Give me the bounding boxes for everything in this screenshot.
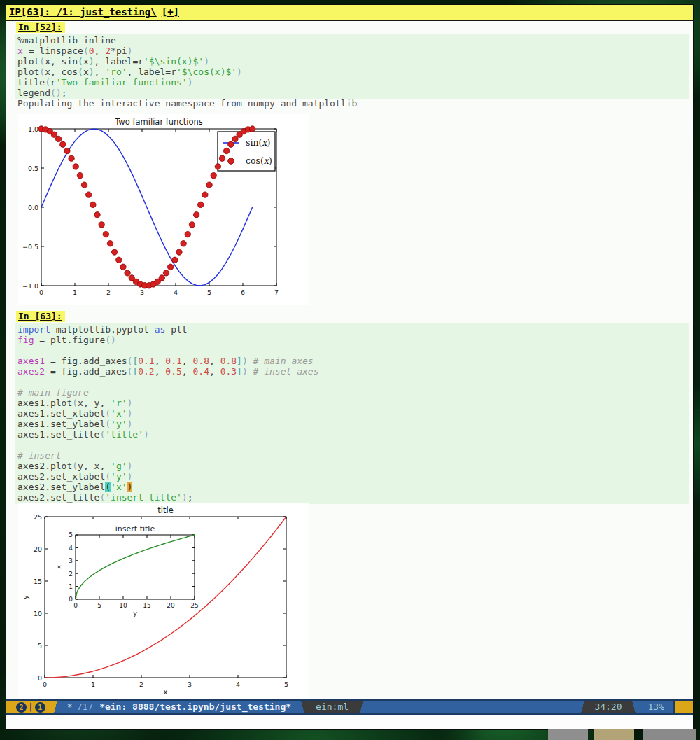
data-point-cos (163, 270, 169, 276)
x-tick-label: 1 (91, 680, 95, 688)
code-cell-1[interactable]: %matplotlib inlinex = linspace(0, 2*pi)p… (15, 34, 689, 99)
code-token: 0 (89, 46, 94, 56)
code-line: plot(x, cos(x), 'ro', label=r'$\cos(x)$'… (18, 67, 689, 77)
legend-dot-sample (228, 158, 234, 165)
code-token: # main figure (18, 387, 89, 398)
code-token: ; (188, 492, 193, 503)
code-token: plot (18, 56, 39, 67)
cell-1-output-text: Populating the interactive namespace fro… (18, 98, 357, 109)
code-token: ) (89, 56, 94, 67)
code-token: 0.3 (220, 366, 237, 377)
y-tick-label: 5 (69, 531, 73, 538)
x-tick-label: 15 (143, 602, 150, 609)
major-mode-segment[interactable]: ein:ml (307, 701, 357, 713)
major-mode-label[interactable]: ein:ml (307, 701, 357, 713)
code-line: # main figure (18, 387, 689, 398)
x-tick-label: 2 (139, 680, 144, 688)
code-token: ( (39, 67, 45, 77)
code-line: axes1.set_ylabel('y') (18, 419, 689, 429)
code-token: plot (18, 67, 39, 77)
code-token: axes2 (18, 366, 45, 377)
code-token: ) (127, 46, 133, 56)
code-token: ) (204, 56, 209, 67)
data-point-cos (107, 241, 113, 246)
code-line: axes1.plot(x, y, 'r') (18, 398, 689, 408)
y-tick-label: 25 (34, 513, 42, 521)
data-point-cos (249, 126, 255, 132)
code-token: ; (62, 88, 67, 98)
y-tick-label: 0 (38, 674, 42, 682)
code-token: ( (72, 398, 78, 408)
notebook-title: IP[63]: /1: just_testing\ (9, 6, 157, 18)
code-line: axes2.set_title('insert title'); (18, 492, 689, 503)
y-tick-label: 3 (69, 557, 73, 564)
code-token: axes1.plot (18, 398, 72, 408)
buffer-size: 717 (77, 701, 99, 713)
x-tick-label: 3 (140, 288, 144, 296)
data-point-cos (159, 275, 164, 281)
code-token: ( (105, 471, 111, 482)
code-token: legend (18, 88, 50, 98)
code-cell-2[interactable]: import matplotlib.pyplot as pltfig = plt… (15, 323, 689, 504)
workspace-badge-1[interactable]: 1 (35, 702, 46, 713)
code-token: ) (127, 408, 133, 419)
workspace-badge-2[interactable]: 2 (16, 702, 27, 713)
code-line: legend(); (18, 88, 689, 98)
code-token: ) (127, 471, 133, 482)
code-token: '$\cos(x)$' (176, 67, 237, 77)
background-window-button[interactable] (643, 729, 696, 740)
code-token (248, 366, 253, 377)
inset-title: insert title (115, 524, 155, 533)
background-window-button[interactable] (594, 729, 634, 740)
data-point-cos (176, 249, 182, 255)
code-line: axes2 = fig.add_axes([0.2, 0.5, 0.4, 0.3… (18, 366, 689, 377)
buffer-name[interactable]: *ein: 8888/test.ipynb/just_testing* (99, 701, 298, 713)
code-token: r (50, 77, 56, 88)
data-point-cos (189, 222, 195, 228)
data-point-cos (60, 141, 66, 147)
data-point-cos (103, 231, 108, 237)
axes-frame (76, 535, 195, 599)
modified-indicator: * (60, 701, 77, 713)
code-token: # main axes (253, 356, 314, 366)
y-tick-label: 2 (69, 571, 73, 578)
data-point-cos (193, 212, 199, 218)
line-column-indicator: 34:20 (587, 701, 629, 713)
legend-label: sin(x) (246, 137, 270, 148)
code-token: ( (78, 67, 83, 77)
code-token: 'ro' (105, 67, 127, 77)
notebook-header-bar: IP[63]: /1: just_testing\[+] (6, 5, 693, 21)
figure-title-insert: 0123450510152025titlexy0510152025012345i… (18, 503, 309, 699)
code-token: '$\sin(x)$' (144, 56, 204, 67)
new-tab-button[interactable]: [+] (162, 6, 179, 18)
code-token: , (155, 356, 166, 366)
title-insert-plot: 0123450510152025titlexy0510152025012345i… (18, 503, 309, 699)
code-line (18, 377, 689, 387)
code-token: 0.2 (138, 366, 154, 377)
y-tick-label: −0.5 (22, 243, 38, 251)
workspace-segment[interactable]: 2|1 (6, 701, 51, 713)
background-window-button[interactable] (548, 729, 588, 740)
data-point-cos (64, 148, 70, 153)
x-tick-label: 7 (274, 288, 279, 296)
code-token: , (182, 356, 193, 366)
data-point-cos (219, 155, 225, 161)
x-tick-label: 0 (39, 288, 43, 296)
data-point-cos (185, 231, 190, 237)
code-token: as (155, 324, 166, 335)
code-line: axes2.set_ylabel('x') (18, 482, 689, 492)
code-token: 0.5 (165, 366, 181, 377)
code-token: ) (242, 366, 248, 377)
data-point-cos (223, 148, 229, 153)
code-token: 'x' (111, 482, 127, 492)
code-line: import matplotlib.pyplot as plt (18, 324, 689, 335)
x-tick-label: 25 (190, 602, 198, 609)
code-token: ] (237, 356, 242, 366)
data-point-cos (69, 155, 74, 161)
code-line: %matplotlib inline (18, 35, 689, 46)
data-point-cos (55, 136, 61, 141)
code-token: x, sin (45, 56, 78, 67)
code-token: , (182, 366, 193, 377)
minibuffer-echo-area[interactable] (6, 715, 693, 729)
code-token: matplotlib.pyplot (50, 324, 155, 335)
